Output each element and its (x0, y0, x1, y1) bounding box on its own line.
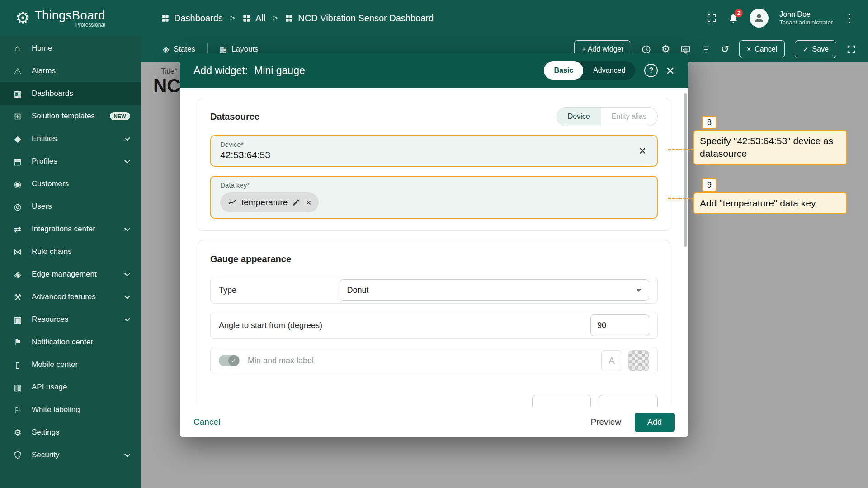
annotation-8-badge: 8 (702, 116, 717, 129)
gauge-type-row: Type Donut (210, 277, 658, 304)
advanced-icon: ⚒ (12, 292, 24, 302)
top-header: ⚙ ThingsBoard Professional Dashboards > … (0, 0, 868, 36)
chevron-down-icon (124, 451, 130, 457)
chevron-down-icon (124, 271, 130, 277)
breadcrumb-separator: > (273, 13, 278, 23)
datasource-type-toggle: Device Entity alias (557, 107, 658, 126)
max-value-input[interactable] (599, 395, 658, 407)
profiles-icon: ▤ (12, 156, 24, 167)
notification-count-badge: 2 (735, 9, 743, 17)
sidebar-item-notification-center[interactable]: ⚑ Notification center (0, 331, 141, 353)
datasource-section-title: Datasource (210, 112, 259, 122)
add-button[interactable]: Add (635, 413, 675, 432)
dialog-cancel-button[interactable]: Cancel (193, 417, 220, 427)
start-angle-input[interactable]: 90 (590, 314, 649, 336)
chevron-down-icon (636, 289, 642, 292)
dialog-scrollbar[interactable] (684, 93, 687, 247)
tab-basic[interactable]: Basic (544, 61, 583, 80)
data-key-field-label: Data key* (220, 181, 648, 189)
preview-button[interactable]: Preview (590, 417, 621, 427)
version-history-icon[interactable]: ↺ (721, 43, 729, 55)
clear-device-icon[interactable]: × (639, 145, 646, 157)
edit-pencil-icon[interactable] (292, 198, 300, 206)
fullscreen-icon[interactable] (706, 13, 717, 23)
color-picker-button[interactable] (628, 350, 649, 371)
temperature-data-key-chip[interactable]: temperature × (220, 192, 319, 212)
toolbar-fullscreen-icon[interactable] (846, 44, 856, 54)
new-badge: NEW (110, 112, 130, 120)
mobile-icon: ▯ (12, 360, 24, 370)
dialog-footer: Cancel Preview Add (180, 407, 688, 437)
sidebar-item-security[interactable]: Security (0, 444, 141, 466)
datasource-card: Datasource Device Entity alias Device* 4… (198, 98, 670, 231)
sidebar-item-edge-management[interactable]: ◈ Edge management (0, 263, 141, 286)
start-angle-row: Angle to start from (degrees) 90 (210, 312, 658, 339)
sidebar-item-integrations-center[interactable]: ⇄ Integrations center (0, 218, 141, 240)
chevron-down-icon (124, 316, 130, 322)
tab-advanced[interactable]: Advanced (583, 61, 635, 80)
datasource-type-device[interactable]: Device (557, 108, 601, 126)
sidebar-item-solution-templates[interactable]: ⊞ Solution templates NEW (0, 105, 141, 127)
annotation-9-badge: 9 (702, 178, 717, 192)
timeseries-chart-icon (227, 198, 237, 207)
brand-name: ThingsBoard (34, 9, 105, 23)
more-menu-icon[interactable]: ⋮ (844, 11, 855, 25)
basic-advanced-toggle: Basic Advanced (544, 61, 635, 80)
dialog-title: Add widget: Mini gauge (193, 65, 305, 77)
chevron-down-icon (124, 158, 130, 164)
save-dashboard-button[interactable]: ✓ Save (795, 40, 836, 58)
edge-icon: ◈ (12, 269, 24, 280)
api-icon: ▥ (12, 382, 24, 393)
chevron-down-icon (124, 135, 130, 141)
sidebar-item-profiles[interactable]: ▤ Profiles (0, 150, 141, 173)
sidebar-item-api-usage[interactable]: ▥ API usage (0, 376, 141, 399)
sidebar-item-white-labeling[interactable]: ⚐ White labeling (0, 399, 141, 421)
home-icon: ⌂ (12, 43, 24, 53)
dashboard-grid-icon (242, 14, 251, 23)
sidebar-item-settings[interactable]: ⚙ Settings (0, 421, 141, 444)
data-key-field[interactable]: Data key* temperature × (210, 176, 658, 219)
toggle-check-icon: ✓ (228, 355, 239, 366)
datasource-type-entity-alias[interactable]: Entity alias (601, 108, 657, 126)
gauge-type-select[interactable]: Donut (340, 279, 649, 301)
help-icon[interactable]: ? (644, 64, 658, 77)
layouts-icon: ▦ (219, 44, 227, 54)
dashboard-grid-icon (161, 14, 170, 23)
dashboard-grid-icon (285, 14, 293, 23)
app-logo[interactable]: ⚙ ThingsBoard Professional (0, 9, 141, 28)
sidebar-item-mobile-center[interactable]: ▯ Mobile center (0, 353, 141, 376)
font-settings-button[interactable]: A (601, 350, 622, 371)
avatar[interactable] (750, 9, 769, 28)
notifications-bell-icon[interactable]: 2 (728, 13, 739, 23)
sidebar-item-dashboards[interactable]: ▦ Dashboards (0, 82, 141, 105)
sidebar-item-resources[interactable]: ▣ Resources (0, 308, 141, 331)
device-field[interactable]: Device* 42:53:64:53 × (210, 135, 658, 167)
templates-icon: ⊞ (12, 111, 24, 122)
sidebar-item-alarms[interactable]: ⚠ Alarms (0, 60, 141, 82)
sidebar-item-users[interactable]: ◎ Users (0, 195, 141, 218)
breadcrumb-dashboards[interactable]: Dashboards (161, 13, 223, 23)
integrations-icon: ⇄ (12, 224, 24, 235)
min-max-label-toggle[interactable]: ✓ (219, 355, 240, 366)
remove-data-key-icon[interactable]: × (306, 197, 311, 208)
device-field-value[interactable]: 42:53:64:53 (220, 150, 648, 160)
cancel-edit-button[interactable]: × Cancel (739, 40, 785, 58)
close-dialog-icon[interactable]: × (666, 63, 675, 78)
breadcrumb-all[interactable]: All (242, 13, 265, 23)
chevron-down-icon (124, 293, 130, 299)
states-icon: ◈ (163, 44, 169, 54)
layouts-button[interactable]: ▦ Layouts (219, 44, 259, 54)
sidebar-item-home[interactable]: ⌂ Home (0, 37, 141, 60)
sidebar-item-entities[interactable]: ◆ Entities (0, 127, 141, 150)
sidebar-item-rule-chains[interactable]: ⋈ Rule chains (0, 240, 141, 263)
user-name: John Doe (779, 10, 833, 19)
rule-chains-icon: ⋈ (12, 247, 24, 257)
sidebar-item-advanced-features[interactable]: ⚒ Advanced features (0, 286, 141, 308)
filters-icon[interactable] (701, 44, 711, 55)
sidebar-item-customers[interactable]: ◉ Customers (0, 173, 141, 195)
min-value-input[interactable] (532, 395, 591, 407)
states-button[interactable]: ◈ States (163, 44, 195, 54)
gauge-type-label: Type (219, 286, 236, 295)
annotation-9-connector (668, 198, 693, 199)
breadcrumb-current-dashboard[interactable]: NCD Vibration Sensor Dashboard (285, 13, 434, 23)
